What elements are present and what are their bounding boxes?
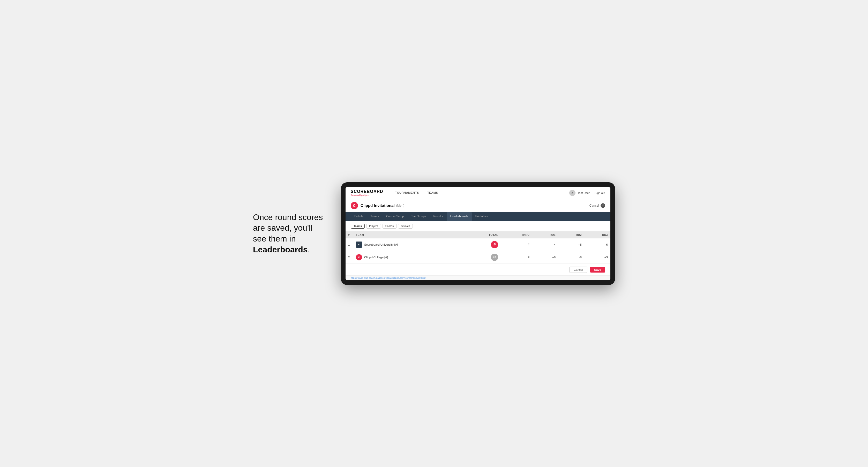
filter-scores[interactable]: Scores [382,224,397,228]
team-initial-2: C [358,256,360,258]
tablet-screen: SCOREBOARD Powered by clippd TOURNAMENTS… [345,187,610,280]
table-row: 1 SU Scoreboard University [A] [345,239,610,251]
team-cell-1: SU Scoreboard University [A] [353,239,466,251]
footer-save-button[interactable]: Save [590,267,605,273]
logo-brand: clippd [363,194,369,196]
nav-links: TOURNAMENTS TEAMS [391,187,442,199]
table-header: # TEAM TOTAL THRU RD1 RD2 RD3 [345,231,610,239]
rd3-2: +3 [584,251,610,263]
team-info-1: SU Scoreboard University [A] [356,242,464,248]
col-team: TEAM [353,231,466,239]
col-rd1: RD1 [532,231,558,239]
nav-right: S Test User | Sign out [569,190,605,196]
rank-2: 2 [345,251,353,263]
table-container: # TEAM TOTAL THRU RD1 RD2 RD3 1 [345,231,610,264]
separator: | [592,191,593,194]
team-logo-2: C [356,254,362,260]
sidebar-line2: Leaderboards [253,245,308,254]
avatar: S [569,190,576,196]
tab-tee-groups[interactable]: Tee Groups [408,212,430,221]
rd3-1: -6 [584,239,610,251]
rd2-1: +5 [558,239,584,251]
thru-2: F [501,251,532,263]
total-1: -5 [466,239,501,251]
logo-subtitle: Powered by clippd [351,194,383,196]
rd1-2: +8 [532,251,558,263]
thru-1: F [501,239,532,251]
footer-cancel-button[interactable]: Cancel [569,267,587,273]
col-thru: THRU [501,231,532,239]
tab-teams[interactable]: Teams [367,212,382,221]
cancel-top-label: Cancel [589,204,599,207]
nav-tournaments[interactable]: TOURNAMENTS [391,187,423,199]
footer-bar: Cancel Save [345,264,610,275]
tab-details[interactable]: Details [351,212,367,221]
team-info-2: C Clippd College [A] [356,254,464,260]
rank-1: 1 [345,239,353,251]
rd1-1: -4 [532,239,558,251]
tournament-subtitle: (Men) [396,204,404,207]
filter-teams[interactable]: Teams [351,224,365,228]
table-row: 2 C Clippd College [A] +3 [345,251,610,263]
sub-nav: Details Teams Course Setup Tee Groups Re… [345,212,610,221]
cancel-x-icon: ✕ [600,203,605,208]
filter-players[interactable]: Players [366,224,381,228]
tab-results[interactable]: Results [430,212,446,221]
sidebar-suffix: . [308,245,310,254]
col-rd2: RD2 [558,231,584,239]
tab-course-setup[interactable]: Course Setup [382,212,407,221]
total-2: +3 [466,251,501,263]
score-badge-1: -5 [491,241,498,248]
tournament-header: C Clippd Invitational (Men) Cancel ✕ [345,199,610,212]
filter-bar: Teams Players Scores Strokes [345,221,610,231]
tab-leaderboards[interactable]: Leaderboards [447,212,472,221]
top-nav: SCOREBOARD Powered by clippd TOURNAMENTS… [345,187,610,199]
team-name-2: Clippd College [A] [364,256,388,259]
col-rd3: RD3 [584,231,610,239]
url-bar: https://stage-blue-coach.stagescoreboard… [345,275,610,280]
team-logo-1: SU [356,242,362,248]
cancel-top-button[interactable]: Cancel ✕ [589,203,605,208]
tablet-frame: SCOREBOARD Powered by clippd TOURNAMENTS… [341,182,615,285]
tournament-title: Clippd Invitational [361,203,395,208]
user-name: Test User [578,191,590,194]
team-name-1: Scoreboard University [A] [364,243,398,246]
page-wrapper: Once round scores are saved, you'll see … [253,182,615,285]
rd2-2: -8 [558,251,584,263]
sign-out-link[interactable]: Sign out [595,191,605,194]
tournament-icon: C [351,202,358,209]
col-total: TOTAL [466,231,501,239]
filter-strokes[interactable]: Strokes [398,224,413,228]
leaderboard-table: # TEAM TOTAL THRU RD1 RD2 RD3 1 [345,231,610,264]
tab-printables[interactable]: Printables [472,212,492,221]
logo-title: SCOREBOARD [351,189,383,194]
logo-area: SCOREBOARD Powered by clippd [351,189,383,196]
nav-teams[interactable]: TEAMS [423,187,442,199]
sidebar-text: Once round scores are saved, you'll see … [253,212,326,255]
logo-subtitle-pre: Powered by [351,194,363,196]
sidebar-line1: Once round scores are saved, you'll see … [253,213,323,243]
team-initial-1: SU [358,243,360,246]
team-cell-2: C Clippd College [A] [353,251,466,263]
col-rank: # [345,231,353,239]
table-body: 1 SU Scoreboard University [A] [345,239,610,264]
score-badge-2: +3 [491,254,498,261]
